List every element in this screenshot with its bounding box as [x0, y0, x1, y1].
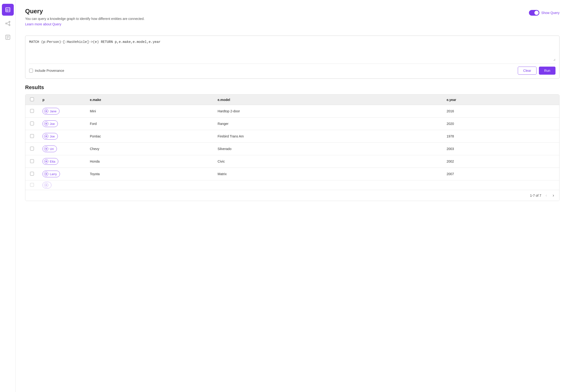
entity-badge-label: Joe: [50, 135, 55, 138]
entity-badge-icon-inner: [45, 173, 47, 175]
row-checkbox[interactable]: [30, 159, 34, 163]
row-checkbox[interactable]: [30, 134, 34, 138]
entity-badge-icon: [44, 122, 48, 126]
entity-badge[interactable]: Uri: [43, 145, 57, 152]
sidebar-item-edit[interactable]: [2, 31, 14, 43]
run-button[interactable]: Run: [539, 67, 555, 75]
results-table: p e.make e.model e.year JaneMiniHardtop …: [25, 95, 559, 190]
table-row: LarryToyotaMatrix2007: [25, 168, 559, 180]
row-make-cell: Toyota: [86, 168, 214, 180]
entity-badge-icon-inner: [45, 123, 47, 125]
entity-badge-icon: [44, 134, 48, 139]
main-content: Query You can query a knowledge graph to…: [16, 0, 569, 392]
app-layout: Query You can query a knowledge graph to…: [0, 0, 569, 392]
sidebar-item-table[interactable]: [2, 4, 14, 16]
row-year-cell: 2016: [443, 105, 559, 118]
show-query-toggle-container: Show Query: [529, 10, 559, 16]
header-checkbox[interactable]: [30, 98, 34, 101]
row-checkbox[interactable]: [30, 172, 34, 176]
row-checkbox[interactable]: [30, 122, 34, 125]
entity-badge[interactable]: Jane: [43, 108, 59, 114]
row-checkbox[interactable]: [30, 109, 34, 113]
table-row: JaneMiniHardtop 2-door2016: [25, 105, 559, 118]
row-make-cell: Ford: [86, 118, 214, 130]
entity-badge-label: Etta: [50, 160, 55, 163]
entity-badge-label: Uri: [50, 147, 54, 151]
pagination-next[interactable]: ›: [551, 193, 555, 198]
sidebar-item-graph[interactable]: [2, 17, 14, 29]
header-eyear: e.year: [443, 95, 559, 105]
entity-badge-label: Jane: [50, 110, 57, 113]
partial-badge-icon-inner: [45, 184, 47, 186]
partial-empty-cell: [86, 180, 214, 190]
row-p-cell: Larry: [39, 168, 86, 180]
results-tbody: JaneMiniHardtop 2-door2016JoeFordRanger2…: [25, 105, 559, 190]
header-emake: e.make: [86, 95, 214, 105]
entity-badge[interactable]: Etta: [43, 158, 58, 165]
partial-empty-cell: [443, 180, 559, 190]
include-provenance-label[interactable]: Include Provenance: [29, 69, 64, 72]
entity-badge-icon-inner: [45, 110, 47, 112]
table-row: UriChevySilverado2003: [25, 143, 559, 155]
header-p: p: [39, 95, 86, 105]
entity-badge-icon: [44, 109, 48, 113]
pagination-prev[interactable]: ‹: [544, 193, 548, 198]
row-checkbox-cell: [25, 118, 39, 130]
show-query-toggle[interactable]: [529, 10, 539, 16]
table-row: JoeFordRanger2020: [25, 118, 559, 130]
include-provenance-checkbox[interactable]: [29, 69, 33, 72]
row-p-cell: Uri: [39, 143, 86, 155]
query-btn-row: Clear Run: [518, 67, 555, 75]
entity-badge[interactable]: Larry: [43, 171, 60, 177]
header-emodel: e.model: [214, 95, 443, 105]
partial-checkbox-cell: [25, 180, 39, 190]
include-provenance-text: Include Provenance: [35, 69, 64, 72]
row-model-cell: Matrix: [214, 168, 443, 180]
page-subtitle: You can query a knowledge graph to ident…: [25, 17, 145, 21]
edit-icon: [5, 34, 11, 40]
table-row: EttaHondaCivic2002: [25, 155, 559, 168]
query-textarea[interactable]: [29, 40, 555, 61]
row-p-cell: Joe: [39, 130, 86, 143]
svg-line-7: [7, 22, 9, 23]
show-query-label: Show Query: [541, 11, 559, 15]
query-box: Include Provenance Clear Run: [25, 36, 559, 79]
row-model-cell: Hardtop 2-door: [214, 105, 443, 118]
entity-badge-icon-inner: [45, 148, 47, 150]
sidebar: [0, 0, 16, 392]
row-make-cell: Chevy: [86, 143, 214, 155]
svg-line-8: [7, 24, 9, 25]
graph-icon: [5, 21, 11, 26]
entity-badge[interactable]: Joe: [43, 120, 58, 127]
row-p-cell: Etta: [39, 155, 86, 168]
row-checkbox-cell: [25, 168, 39, 180]
table-header-row: p e.make e.model e.year: [25, 95, 559, 105]
clear-button[interactable]: Clear: [518, 67, 537, 75]
svg-point-4: [5, 23, 7, 24]
row-year-cell: 1978: [443, 130, 559, 143]
row-model-cell: Firebird Trans Am: [214, 130, 443, 143]
row-make-cell: Mini: [86, 105, 214, 118]
results-table-container: p e.make e.model e.year JaneMiniHardtop …: [25, 94, 559, 201]
table-footer: 1-7 of 7 ‹ ›: [25, 190, 559, 201]
partial-row-checkbox[interactable]: [30, 183, 34, 187]
header-left: Query You can query a knowledge graph to…: [25, 8, 145, 31]
page-title: Query: [25, 8, 145, 15]
table-row-partial: [25, 180, 559, 190]
entity-badge-label: Joe: [50, 122, 55, 126]
row-make-cell: Pontiac: [86, 130, 214, 143]
partial-entity-badge: [43, 182, 51, 188]
row-checkbox[interactable]: [30, 147, 34, 151]
entity-badge-icon: [44, 159, 48, 164]
header-row: Query You can query a knowledge graph to…: [25, 8, 559, 31]
row-model-cell: Silverado: [214, 143, 443, 155]
entity-badge[interactable]: Joe: [43, 133, 58, 140]
row-year-cell: 2020: [443, 118, 559, 130]
table-row: JoePontiacFirebird Trans Am1978: [25, 130, 559, 143]
row-checkbox-cell: [25, 105, 39, 118]
row-p-cell: Jane: [39, 105, 86, 118]
row-year-cell: 2007: [443, 168, 559, 180]
row-p-cell: Joe: [39, 118, 86, 130]
pagination-info: 1-7 of 7: [530, 194, 541, 197]
learn-more-link[interactable]: Learn more about Query: [25, 22, 61, 26]
